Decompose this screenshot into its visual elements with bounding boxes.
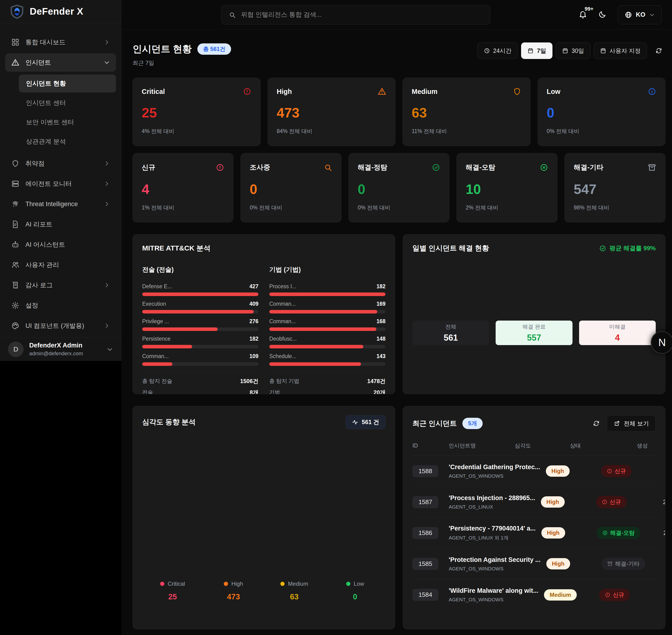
sidebar-subitem-correlation-analysis[interactable]: 상관관계 분석 (19, 133, 116, 151)
incident-row-1586[interactable]: 1586 'Persistency - 779040014' a... AGEN… (412, 518, 656, 548)
legend-value: 63 (290, 592, 299, 601)
theme-toggle-button[interactable] (599, 10, 606, 19)
language-selector[interactable]: KO (618, 5, 662, 24)
bar-value: 182 (377, 283, 385, 290)
sidebar-item-user-management[interactable]: 사용자 관리 (5, 256, 116, 274)
chevron-right-icon (104, 323, 110, 329)
sidebar-item-dashboard[interactable]: 통합 대시보드 (5, 33, 116, 51)
alert-triangle-icon (11, 59, 19, 67)
activity-icon (352, 419, 358, 425)
incident-row-1587[interactable]: 1587 'Process Injection - 288965... AGEN… (412, 487, 656, 518)
alert-circle-icon (243, 87, 251, 96)
incident-created: 25 (664, 529, 665, 537)
sidebar-item-agent-monitor[interactable]: 에이전트 모니터 (5, 175, 116, 193)
incident-agent: AGENT_OS_LINUX 외 1개 (449, 534, 536, 541)
stat-label: 전체 (445, 323, 456, 330)
recent-incidents-panel: 최근 인시던트 5개 전체 보기 ID 인시던트명 (403, 406, 665, 629)
incident-name-cell: 'Process Injection - 288965... AGENT_OS_… (449, 495, 535, 510)
sidebar-item-label: 통합 대시보드 (25, 38, 66, 46)
card-subtext: 0% 전체 대비 (250, 204, 332, 211)
bar-label: Privilege ... (142, 318, 169, 325)
incident-row-1584[interactable]: 1584 'WildFire Malware' along wit... AGE… (412, 579, 656, 610)
panel-title: 심각도 동향 분석 (142, 417, 196, 427)
sidebar-item-settings[interactable]: 설정 (5, 296, 116, 315)
sidebar-item-ui-components[interactable]: UI 컴포넌트 (개발용) (5, 316, 116, 335)
search-input[interactable] (241, 11, 483, 18)
sidebar-subitem-incident-status[interactable]: 인시던트 현황 (19, 74, 116, 92)
sidebar-item-incident[interactable]: 인시던트 (5, 53, 116, 72)
archive-icon (648, 163, 656, 172)
col-name: 인시던트명 (449, 442, 509, 450)
incident-name-cell: 'Protection Against Security ... AGENT_O… (449, 556, 541, 572)
shield-icon (513, 87, 521, 96)
filter-24h-button[interactable]: 24시간 (477, 42, 518, 59)
incident-id-badge: 1587 (412, 496, 438, 508)
filter-7d-button[interactable]: 7일 (521, 42, 553, 59)
resolved-stat-box: 해결 완료 557 (496, 321, 572, 345)
alert-circle-icon (607, 468, 612, 474)
legend-label: High (231, 581, 243, 587)
check-circle-icon (432, 163, 440, 172)
sidebar-item-ai-assistant[interactable]: AI 어시스턴트 (5, 235, 116, 254)
sidebar-item-label: 설정 (25, 301, 38, 310)
stat-label: 해결 완료 (522, 323, 545, 330)
recent-refresh-button[interactable] (593, 420, 600, 427)
sidebar-item-ai-report[interactable]: AI 리포트 (5, 215, 116, 234)
bottom-panels: 심각도 동향 분석 561 건 Critical 25 (133, 406, 665, 629)
tactic-bar: Persistence182 (142, 336, 259, 348)
count-value: 20개 (374, 389, 385, 394)
external-link-icon (614, 420, 620, 426)
card-value: 0 (547, 105, 656, 121)
filter-custom-button[interactable]: 사용자 지정 (594, 42, 647, 59)
incident-row-1588[interactable]: 1588 'Credential Gathering Protec... AGE… (412, 456, 656, 487)
user-name: DefenderX Admin (29, 342, 83, 349)
card-value: 10 (466, 181, 548, 197)
incident-name: 'Credential Gathering Protec... (449, 463, 540, 471)
bar-value: 409 (249, 301, 259, 307)
stat-label: 미해결 (609, 323, 626, 330)
card-label: Critical (142, 88, 165, 95)
main-area: 99+ KO 인시던트 현황 총 561건 (121, 0, 672, 635)
sidebar-item-threat-intelligence[interactable]: Threat Intelligence (5, 195, 116, 213)
bar-value: 168 (377, 318, 385, 325)
technique-bar: Comman...169 (269, 301, 385, 313)
users-icon (11, 261, 19, 269)
refresh-button[interactable] (652, 44, 665, 57)
page-subtitle: 최근 7일 (133, 59, 231, 67)
app-logo-icon (9, 4, 24, 19)
card-value: 63 (412, 105, 521, 121)
app-root: DeFender X 통합 대시보드 인시던트 인시던트 현황 인시던트 센터 … (0, 0, 672, 635)
user-menu[interactable]: D DefenderX Admin admin@defenderx.com (0, 337, 121, 361)
incident-name-cell: 'Credential Gathering Protec... AGENT_OS… (449, 463, 540, 479)
incident-name-cell: 'Persistency - 779040014' a... AGENT_OS_… (449, 525, 536, 541)
calendar-icon (562, 48, 568, 54)
bar-value: 148 (377, 336, 385, 342)
user-email: admin@defenderx.com (29, 351, 83, 357)
incident-row-1585[interactable]: 1585 'Protection Against Security ... AG… (412, 548, 656, 579)
unresolved-stat-box: 미해결 4 (579, 321, 656, 345)
total-count-badge: 총 561건 (197, 43, 231, 55)
bar-label: Process I... (269, 283, 296, 290)
sidebar-subitem-incident-center[interactable]: 인시던트 센터 (19, 94, 116, 112)
card-value: 473 (277, 105, 386, 121)
investigating-status-card: 조사중 0 0% 전체 대비 (241, 153, 341, 222)
sidebar-item-label: 취약점 (25, 159, 45, 168)
sidebar-item-label: AI 리포트 (25, 220, 52, 228)
notifications-button[interactable]: 99+ (579, 10, 587, 20)
analysis-panels: MITRE ATT&CK 분석 전술 (전술) Defense E...427 … (133, 234, 665, 394)
chevron-right-icon (104, 160, 110, 167)
gear-icon (11, 302, 19, 309)
sidebar-item-audit-log[interactable]: 감사 로그 (5, 276, 116, 294)
bar-label: Execution (142, 301, 166, 307)
info-icon (648, 87, 656, 96)
global-search[interactable] (221, 5, 490, 24)
view-all-button[interactable]: 전체 보기 (607, 415, 656, 432)
sidebar-item-vulnerability[interactable]: 취약점 (5, 154, 116, 173)
dev-overlay-button[interactable]: N (651, 331, 672, 354)
status-badge: 해결-기타 (602, 557, 645, 570)
legend-high: High 473 (203, 581, 264, 601)
legend-value: 25 (169, 592, 177, 601)
filter-30d-button[interactable]: 30일 (556, 42, 590, 59)
sidebar-subitem-security-event-center[interactable]: 보안 이벤트 센터 (19, 113, 116, 131)
filter-label: 30일 (572, 47, 584, 55)
